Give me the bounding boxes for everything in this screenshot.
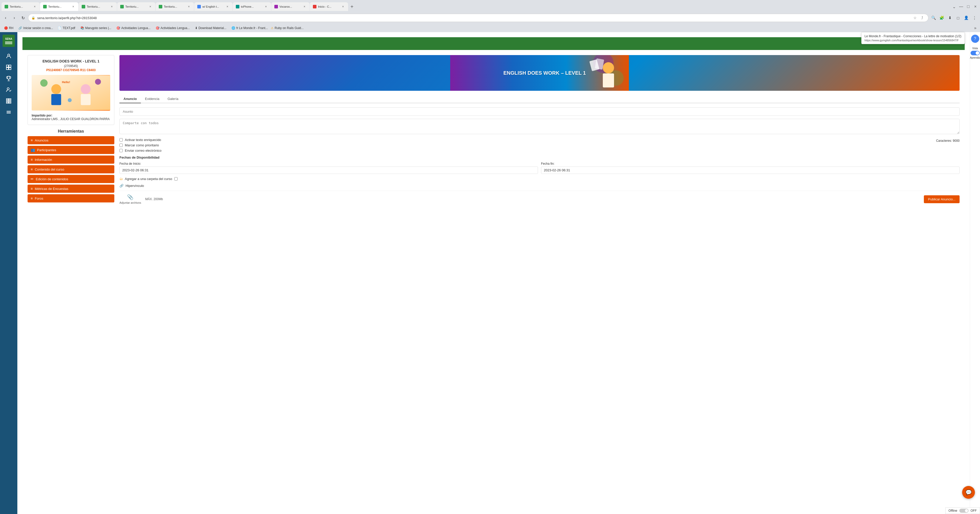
help-icon: ? — [974, 36, 976, 41]
tool-participantes[interactable]: 👥 Participantes — [27, 146, 115, 154]
tool-anuncios[interactable]: ≡ Anuncios — [27, 136, 115, 144]
sidebar-icon-grid[interactable] — [4, 96, 13, 106]
bookmark-rh[interactable]: 🔴 RH — [2, 25, 15, 30]
help-button[interactable]: ? — [971, 35, 979, 43]
search-button[interactable]: 🔍 — [930, 14, 937, 21]
tab-7[interactable]: toPhone... × — [233, 2, 271, 11]
checkbox-email-input[interactable] — [119, 149, 123, 152]
back-button[interactable]: ‹ — [2, 14, 9, 21]
tab-9-close[interactable]: × — [341, 5, 345, 9]
tab-4-label: Territoriu... — [125, 5, 147, 8]
bookmark-lemonde[interactable]: 🌐 fr Le Monde.fr - Frant... — [229, 25, 268, 30]
bookmark-ruby[interactable]: ⚠ Ruby on Rails Guid... — [269, 25, 305, 30]
svg-text:Hello!: Hello! — [62, 81, 70, 84]
subject-group — [119, 107, 959, 116]
svg-point-10 — [7, 88, 9, 90]
bookmark-marugoto[interactable]: 📚 Marugoto series |... — [78, 25, 114, 30]
publish-button[interactable]: Publicar Anuncio... — [924, 195, 959, 203]
sidebar-toggle-button[interactable]: □ — [955, 14, 962, 21]
tab-9[interactable]: Inicio - C... × — [310, 2, 348, 11]
start-date-field: Fecha de Inicio: — [119, 162, 538, 174]
sidebar-icon-person-check[interactable] — [4, 85, 13, 94]
share-textarea[interactable] — [119, 119, 959, 134]
tab-2[interactable]: Territoriu... × — [40, 2, 78, 11]
new-tab-button[interactable]: + — [348, 3, 355, 10]
sidebar-icon-menu[interactable] — [4, 108, 13, 117]
checkbox-email[interactable]: Enviar correo electrónico — [119, 149, 162, 152]
subject-input[interactable] — [119, 107, 959, 116]
checkbox-priority[interactable]: Marcar como prioritario — [119, 143, 162, 147]
green-header — [22, 37, 965, 50]
sidebar-icon-dashboard[interactable] — [4, 63, 13, 72]
tab-7-label: toPhone... — [241, 5, 262, 8]
tab-8-close[interactable]: × — [302, 5, 307, 9]
bookmark-actividades-2[interactable]: 🎯 Actividades Lengua... — [154, 25, 192, 30]
file-max-label: MÁX. 200Mb — [145, 197, 163, 201]
tab-1[interactable]: Territoriu... × — [2, 2, 40, 11]
bookmarks-overflow-button[interactable]: » — [973, 25, 978, 31]
tool-informacion-icon: ≡ — [30, 157, 33, 162]
tab-6-close[interactable]: × — [225, 5, 229, 9]
minimize-button[interactable]: — — [958, 3, 964, 10]
tab-5[interactable]: Territoriu... × — [156, 2, 194, 11]
close-browser-button[interactable]: × — [972, 3, 978, 10]
bookmarks-bar: 🔴 RH 🔗 Iniciar sesión o crea... 📄 TEXT.p… — [0, 24, 980, 32]
bookmark-actividades-1[interactable]: 🎯 Actividades Lengua... — [115, 25, 153, 30]
bookmark-iniciar[interactable]: 🔗 Iniciar sesión o crea... — [16, 25, 55, 30]
tab-galeria[interactable]: Galería — [163, 95, 183, 103]
extensions-button[interactable]: 🧩 — [938, 14, 945, 21]
offline-toggle[interactable] — [959, 509, 969, 513]
svg-point-26 — [40, 79, 48, 87]
tab-3-close[interactable]: × — [110, 5, 114, 9]
course-id: (2709545) — [32, 64, 110, 68]
download-button[interactable]: ⬇ — [946, 14, 953, 21]
tab-5-close[interactable]: × — [187, 5, 191, 9]
bookmark-text-pdf[interactable]: 📄 TEXT.pdf — [56, 25, 77, 30]
reload-button[interactable]: ↻ — [19, 14, 27, 21]
tab-evidencia[interactable]: Evidencia — [141, 95, 163, 103]
char-count-value: 9000 — [953, 139, 959, 143]
tab-3[interactable]: Territoriu... × — [79, 2, 117, 11]
folder-checkbox[interactable] — [174, 177, 178, 181]
chat-fab-icon: 💬 — [966, 489, 972, 495]
tool-metricas-label: Métricas de Encuestas — [35, 187, 68, 191]
file-attach[interactable]: 📎 Adjuntar archivos — [119, 194, 141, 204]
tab-list-button[interactable]: ⌄ — [951, 3, 957, 10]
star-button[interactable]: ☆ — [912, 15, 918, 21]
tab-7-close[interactable]: × — [264, 5, 268, 9]
checkbox-rich-text[interactable]: Activar texto enriquecido — [119, 138, 162, 142]
tool-foros[interactable]: ≡ Foros — [27, 194, 115, 202]
url-bar[interactable]: 🔒 sena.territorio.la/perfil.php?id=28153… — [28, 14, 928, 22]
course-layout: ENGLISH DOES WORK - LEVEL 1 (2709545) P5… — [22, 50, 965, 213]
checkbox-rich-text-input[interactable] — [119, 138, 123, 141]
tab-6[interactable]: w/ English t... × — [194, 2, 232, 11]
share-button[interactable]: ⤴ — [919, 15, 925, 21]
start-date-input[interactable] — [119, 167, 538, 174]
profile-button[interactable]: 👤 — [963, 14, 970, 21]
forward-button[interactable]: › — [11, 14, 18, 21]
checkbox-priority-input[interactable] — [119, 144, 123, 147]
sidebar-icon-user[interactable] — [4, 51, 13, 61]
tab-4[interactable]: Territoriu... × — [117, 2, 156, 11]
sidebar-icon-trophy[interactable] — [4, 74, 13, 83]
tab-4-close[interactable]: × — [148, 5, 152, 9]
char-count: Caracteres: 9000 — [936, 139, 959, 143]
tool-contenido[interactable]: ≡ Contenido del curso — [27, 165, 115, 173]
vista-toggle[interactable] — [970, 51, 980, 56]
chat-fab-button[interactable]: 💬 — [962, 486, 975, 499]
menu-button[interactable]: ⋮ — [971, 14, 978, 21]
tool-edicion[interactable]: ✏ Edición de contenidos — [27, 175, 115, 183]
maximize-button[interactable]: □ — [965, 3, 971, 10]
folder-row: 🗂 Agregar a una carpeta del curso — [119, 177, 959, 181]
sena-logo: SENA — [3, 35, 15, 47]
end-date-input[interactable] — [541, 167, 959, 174]
tooltip-url: https://www.gymglish.com/frantastique/wo… — [865, 39, 962, 42]
tab-anuncio[interactable]: Anuncio — [119, 95, 141, 103]
tab-1-close[interactable]: × — [33, 5, 37, 9]
course-code: P51240087 CO2709545 R11 C8403 — [32, 68, 110, 72]
bookmark-download[interactable]: ⬇ Download Material... — [193, 25, 228, 30]
tab-8[interactable]: Vocaroo... × — [271, 2, 310, 11]
tool-informacion[interactable]: ≡ Información — [27, 155, 115, 164]
tool-metricas[interactable]: ≡ Métricas de Encuestas — [27, 185, 115, 193]
tab-2-close[interactable]: × — [71, 5, 75, 9]
